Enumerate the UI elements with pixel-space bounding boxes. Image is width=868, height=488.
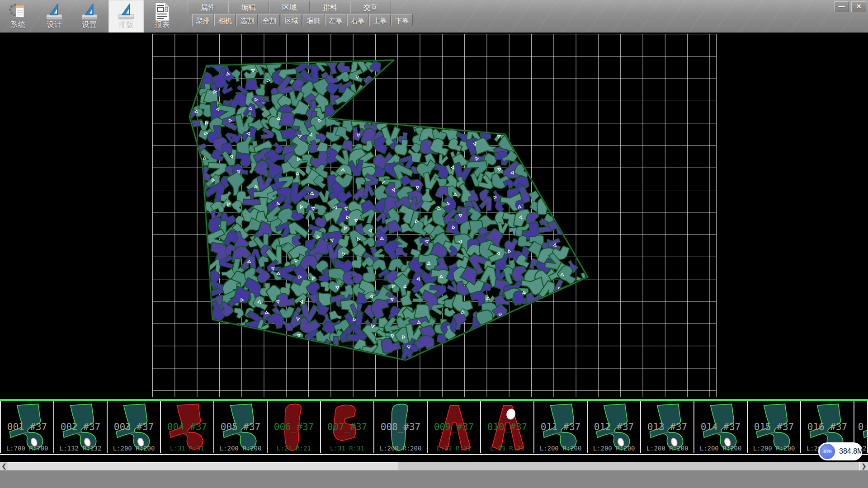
hide-nest-drawing bbox=[0, 33, 868, 399]
pattern-thumbnail[interactable]: 012_#37L:200 R:200 bbox=[588, 401, 641, 453]
big-button-report-label: 报表 bbox=[147, 20, 177, 30]
thumbnail-size-label: L:200 R:200 bbox=[534, 445, 587, 452]
scroll-right-arrow-icon[interactable]: ❯ bbox=[859, 462, 868, 470]
download-progress-badge[interactable]: 38% 384.8M bbox=[818, 442, 863, 460]
pattern-thumbnail[interactable]: 011_#37L:200 R:200 bbox=[534, 401, 588, 453]
pattern-thumbnail[interactable]: 007_#37L:31 R:31 bbox=[321, 401, 374, 453]
pattern-thumbnail[interactable]: 006_#37L:21 R:21 bbox=[268, 401, 321, 453]
action-button-align-left[interactable]: 左靠 bbox=[325, 14, 346, 26]
big-button-system[interactable]: 系统 bbox=[4, 0, 33, 33]
thumbnail-size-label: L:31 R:31 bbox=[321, 445, 373, 452]
status-bar bbox=[0, 470, 868, 488]
thumbnail-name: 015_#37 bbox=[748, 422, 800, 432]
big-button-report[interactable]: 报表 bbox=[147, 0, 177, 33]
pattern-thumbnail[interactable]: 013_#37L:200 R:200 bbox=[641, 401, 694, 453]
menu-item-region[interactable]: 区域 bbox=[269, 1, 310, 13]
big-button-nesting-label: 排版 bbox=[108, 20, 144, 30]
report-doc-icon bbox=[152, 2, 173, 22]
progress-percent-circle: 38% bbox=[820, 444, 835, 459]
action-button-region[interactable]: 区域 bbox=[281, 14, 302, 26]
big-button-nesting[interactable]: 排版 bbox=[108, 0, 144, 33]
thumbnail-size-label: L:200 R:200 bbox=[374, 445, 427, 452]
action-button-camera[interactable]: 相机 bbox=[214, 14, 236, 26]
thumbnail-name: 002_#37 bbox=[54, 422, 107, 432]
main-toolbar: 系统 设计 设置 bbox=[0, 0, 868, 33]
thumbnail-name: 009_#37 bbox=[428, 422, 480, 432]
horizontal-scrollbar[interactable]: ❮ ❯ bbox=[0, 462, 868, 470]
thumbnail-name: 014_#37 bbox=[694, 422, 747, 432]
pattern-thumbnail[interactable]: 015_#37L:200 R:200 bbox=[748, 401, 801, 453]
thumbnail-name: 013_#37 bbox=[641, 422, 693, 432]
action-button-cut-all[interactable]: 全割 bbox=[259, 14, 280, 26]
pattern-thumbnail[interactable]: 005_#37L:200 R:200 bbox=[214, 401, 268, 453]
minimize-button[interactable]: — bbox=[834, 1, 849, 12]
action-button-select-cut[interactable]: 选割 bbox=[236, 14, 258, 26]
thumbnail-name: 016_#37 bbox=[801, 422, 854, 432]
window-controls: — ✕ bbox=[834, 1, 866, 12]
scrollbar-thumb[interactable] bbox=[8, 462, 398, 470]
thumbnail-size-label: L:33 R:33 bbox=[481, 445, 533, 452]
thumbnail-name: 008_#37 bbox=[374, 422, 427, 432]
big-button-design[interactable]: 设计 bbox=[40, 0, 69, 33]
thumbnail-name: 011_#37 bbox=[534, 422, 587, 432]
thumbnail-name: 001_#37 bbox=[1, 422, 53, 432]
settings-ruler-icon bbox=[79, 2, 100, 22]
thumbnail-size-label: L:700 R:700 bbox=[1, 445, 53, 452]
pattern-thumbnail[interactable]: 008_#37L:200 R:200 bbox=[374, 401, 428, 453]
pattern-thumbnail[interactable]: 001_#37L:700 R:700 bbox=[0, 401, 54, 453]
menu-row: 属性编辑区域排料交互 bbox=[188, 1, 391, 13]
menu-item-interact[interactable]: 交互 bbox=[350, 1, 391, 13]
nesting-canvas[interactable] bbox=[0, 33, 868, 399]
thumbnail-name: 005_#37 bbox=[214, 422, 267, 432]
pattern-thumbnail[interactable]: 014_#37L:200 R:200 bbox=[694, 401, 748, 453]
menu-item-properties[interactable]: 属性 bbox=[188, 1, 228, 13]
big-button-system-label: 系统 bbox=[4, 20, 33, 30]
action-button-cluster-nest[interactable]: 聚排 bbox=[192, 14, 213, 26]
menu-item-nesting[interactable]: 排料 bbox=[310, 1, 350, 13]
design-ruler-icon bbox=[44, 2, 65, 22]
thumbnail-size-label: L:21 R:21 bbox=[268, 445, 320, 452]
big-button-design-label: 设计 bbox=[40, 20, 69, 30]
nesting-ruler-icon bbox=[116, 2, 137, 22]
thumbnail-size-label: L:200 R:200 bbox=[108, 445, 160, 452]
pattern-thumbnail[interactable]: 003_#37L:200 R:200 bbox=[108, 401, 161, 453]
action-row: 聚排相机选割全割区域瑕疵左靠右靠上靠下靠 bbox=[192, 14, 413, 26]
thumbnail-name: 003_#37 bbox=[108, 422, 160, 432]
thumbnail-size-label: L:132 R:132 bbox=[54, 445, 107, 452]
action-button-align-bottom[interactable]: 下靠 bbox=[392, 14, 413, 26]
big-button-settings-label: 设置 bbox=[75, 20, 104, 30]
thumbnail-size-label: L:200 R:200 bbox=[588, 445, 640, 452]
system-gear-icon bbox=[8, 2, 28, 22]
thumbnail-size-label: L:200 R:200 bbox=[748, 445, 800, 452]
action-button-defect[interactable]: 瑕疵 bbox=[303, 14, 324, 26]
thumbnail-name: 012_#37 bbox=[588, 422, 640, 432]
thumbnail-size-label: L:200 R:200 bbox=[694, 445, 747, 452]
thumbnail-name: 007_#37 bbox=[321, 422, 373, 432]
scroll-left-arrow-icon[interactable]: ❮ bbox=[0, 462, 9, 470]
thumbnail-name: 004_#37 bbox=[161, 422, 213, 432]
thumbnail-size-label: L:200 R:200 bbox=[214, 445, 267, 452]
big-button-settings[interactable]: 设置 bbox=[75, 0, 104, 33]
thumbnail-name: 0 bbox=[854, 422, 867, 432]
action-button-align-top[interactable]: 上靠 bbox=[369, 14, 391, 26]
thumbnail-name: 006_#37 bbox=[268, 422, 320, 432]
pattern-thumbnail[interactable]: 002_#37L:132 R:132 bbox=[54, 401, 108, 453]
pattern-filmstrip: 001_#37L:700 R:700002_#37L:132 R:132003_… bbox=[0, 401, 868, 455]
thumbnail-size-label: L:31 R:31 bbox=[161, 445, 213, 452]
thumbnail-name: 010_#37 bbox=[481, 422, 533, 432]
pattern-thumbnail[interactable]: 004_#37L:31 R:31 bbox=[161, 401, 214, 453]
pattern-thumbnail[interactable]: 010_#37L:33 R:33 bbox=[481, 401, 534, 453]
menu-item-edit[interactable]: 编辑 bbox=[228, 1, 269, 13]
pattern-thumbnail[interactable]: 009_#37L:32 R:31 bbox=[428, 401, 481, 453]
action-button-align-right[interactable]: 右靠 bbox=[347, 14, 368, 26]
close-button[interactable]: ✕ bbox=[851, 1, 866, 12]
thumbnail-size-label: L:32 R:31 bbox=[428, 445, 480, 452]
thumbnail-size-label: L:200 R:200 bbox=[641, 445, 693, 452]
download-size-label: 384.8M bbox=[839, 442, 863, 460]
